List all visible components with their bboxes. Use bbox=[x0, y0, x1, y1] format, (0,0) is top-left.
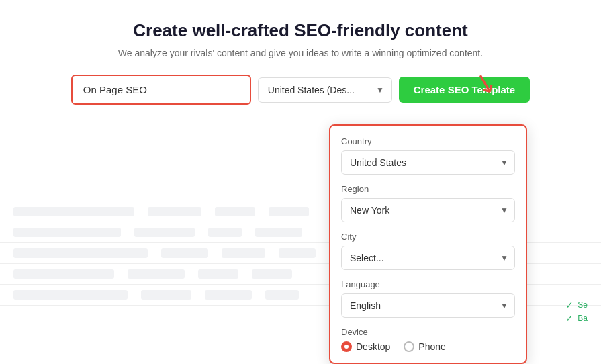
country-select-wrapper: United States United Kingdom Canada ▼ bbox=[341, 150, 515, 175]
main-content: Create well-crafted SEO-friendly content… bbox=[0, 0, 601, 125]
keyword-input-wrapper bbox=[71, 75, 251, 105]
region-select[interactable]: New York California Texas bbox=[341, 198, 515, 222]
page-title: Create well-crafted SEO-friendly content bbox=[13, 20, 588, 41]
device-field: Device Desktop Phone bbox=[341, 327, 515, 352]
language-select[interactable]: English Spanish French bbox=[341, 293, 515, 318]
region-select-wrapper: New York California Texas ▼ bbox=[341, 198, 515, 222]
device-options: Desktop Phone bbox=[341, 341, 515, 352]
country-select[interactable]: United States United Kingdom Canada bbox=[341, 150, 515, 175]
keyword-input[interactable] bbox=[74, 77, 248, 102]
location-select[interactable]: United States (Des... United Kingdom (De… bbox=[258, 77, 392, 103]
right-badges: ✓ Se ✓ Ba bbox=[565, 300, 588, 324]
city-select[interactable]: Select... bbox=[341, 246, 515, 270]
device-label: Device bbox=[341, 327, 515, 337]
top-bar: United States (Des... United Kingdom (De… bbox=[13, 75, 588, 105]
create-seo-template-button[interactable]: Create SEO Template bbox=[399, 77, 530, 103]
city-label: City bbox=[341, 232, 515, 242]
country-field: Country United States United Kingdom Can… bbox=[341, 136, 515, 175]
language-select-wrapper: English Spanish French ▼ bbox=[341, 293, 515, 318]
badge-check-icon: ✓ bbox=[565, 300, 573, 310]
language-field: Language English Spanish French ▼ bbox=[341, 279, 515, 318]
region-field: Region New York California Texas ▼ bbox=[341, 184, 515, 222]
badge-ba: ✓ Ba bbox=[565, 313, 588, 324]
region-label: Region bbox=[341, 184, 515, 194]
badge-se-text: Se bbox=[577, 300, 588, 310]
device-desktop-label: Desktop bbox=[356, 341, 390, 352]
country-label: Country bbox=[341, 136, 515, 146]
page-subtitle: We analyze your rivals' content and give… bbox=[13, 48, 588, 58]
device-option-phone[interactable]: Phone bbox=[404, 341, 445, 352]
badge-ba-text: Ba bbox=[577, 314, 588, 323]
badge-se: ✓ Se bbox=[565, 300, 588, 310]
badge-check-icon-2: ✓ bbox=[565, 313, 573, 324]
city-field: City Select... ▼ bbox=[341, 232, 515, 270]
radio-desktop-icon bbox=[341, 341, 352, 352]
location-select-wrapper: United States (Des... United Kingdom (De… bbox=[258, 77, 392, 103]
device-phone-label: Phone bbox=[418, 341, 445, 352]
city-select-wrapper: Select... ▼ bbox=[341, 246, 515, 270]
language-label: Language bbox=[341, 279, 515, 289]
radio-phone-icon bbox=[404, 341, 414, 352]
dropdown-panel: Country United States United Kingdom Can… bbox=[329, 124, 527, 364]
device-option-desktop[interactable]: Desktop bbox=[341, 341, 390, 352]
page-wrapper: Create well-crafted SEO-friendly content… bbox=[0, 0, 601, 364]
